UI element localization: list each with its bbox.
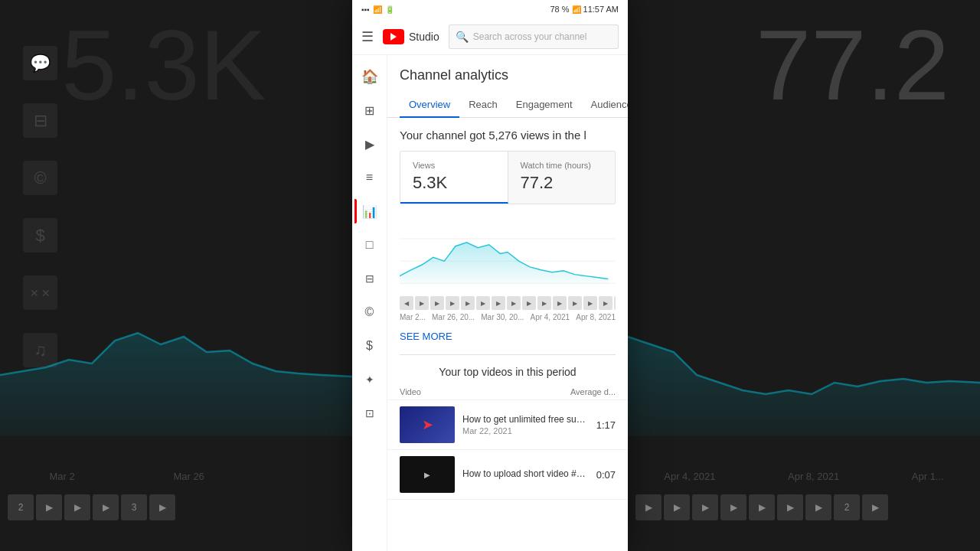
bg-icon-dollar: $ — [23, 218, 57, 253]
metric-watch-time[interactable]: Watch time (hours) 77.2 — [508, 152, 616, 204]
scrubber-btn-8[interactable]: ▶ — [522, 296, 536, 310]
videos-icon: ▶ — [365, 137, 374, 152]
studio-text: Studio — [409, 31, 439, 43]
bg-right-number: 77.2 — [756, 8, 949, 122]
sidebar-item-customization[interactable]: ✦ — [354, 364, 385, 395]
sidebar-item-audio[interactable]: ⊡ — [354, 398, 385, 429]
sidebar-item-comments[interactable]: □ — [354, 230, 385, 260]
watch-time-value: 77.2 — [521, 173, 603, 193]
tab-reach[interactable]: Reach — [459, 93, 507, 118]
sidebar-item-copyright[interactable]: © — [354, 297, 385, 328]
top-bar: ☰ Studio 🔍 Search across your channel — [352, 18, 628, 55]
status-right: 78 % 📶 11:57 AM — [550, 5, 619, 14]
scrubber-btn-11[interactable]: ▶ — [568, 296, 582, 310]
search-bar[interactable]: 🔍 Search across your channel — [449, 24, 619, 49]
scrubber-prev[interactable]: ◀ — [400, 296, 413, 310]
bg-rbtn-6: ▶ — [777, 494, 803, 520]
bg-nav-right: ▶ ▶ ▶ ▶ ▶ ▶ ▶ 2 ▶ — [628, 494, 980, 520]
bg-icon-subtitles: ⊟ — [23, 103, 57, 138]
scrubber-btn-5[interactable]: ▶ — [476, 296, 490, 310]
scrubber-btn-12[interactable]: ▶ — [583, 296, 597, 310]
date-2: Mar 26, 20... — [432, 313, 475, 321]
sidebar-item-videos[interactable]: ▶ — [354, 129, 385, 159]
search-icon: 🔍 — [456, 31, 469, 43]
video-row-1[interactable]: ➤ How to get unlimited free subscribe...… — [387, 400, 628, 450]
scrubber-btn-1[interactable]: ▶ — [415, 296, 429, 310]
video-thumbnail-2: ▶ — [400, 456, 455, 493]
date-4: Apr 4, 2021 — [530, 313, 570, 321]
battery-percent: 78 — [550, 5, 559, 14]
bg-rbtn-2num: 2 — [834, 494, 860, 520]
scrubber-btn-4[interactable]: ▶ — [461, 296, 475, 310]
bg-icon-comment: 💬 — [23, 46, 57, 80]
bg-rbtn-last: ▶ — [862, 494, 888, 520]
analytics-tabs: Overview Reach Engagement Audience — [387, 93, 628, 118]
wifi-icon: 📶 — [373, 5, 382, 14]
sidebar-item-monetization[interactable]: $ — [354, 331, 385, 361]
main-layout: 🏠 ⊞ ▶ ≡ 📊 □ ⊟ © $ — [352, 55, 628, 551]
wand-icon: ✦ — [365, 373, 374, 386]
subtitles-icon: ⊟ — [365, 272, 374, 285]
date-5: Apr 8, 2021 — [576, 313, 616, 321]
playlists-icon: ≡ — [366, 171, 373, 184]
video-title-2: How to upload short video #shorts ... — [462, 468, 589, 479]
wifi-signal-icon: 📶 — [572, 5, 581, 14]
bg-chart-right — [628, 283, 980, 436]
bg-chart-left — [0, 283, 352, 436]
timeline-scrubber[interactable]: ◀ ▶ ▶ ▶ ▶ ▶ ▶ ▶ ▶ ▶ ▶ ▶ ▶ ▶ ▶ ▶ — [400, 296, 616, 310]
video-info-1: How to get unlimited free subscribe... M… — [462, 414, 589, 435]
tab-engagement[interactable]: Engagement — [507, 93, 582, 118]
bg-btn-play2: ▶ — [64, 494, 90, 520]
bg-left-number: 5.3K — [61, 8, 266, 122]
video-col-header: Video — [400, 387, 421, 396]
bg-icon-copyright: © — [23, 161, 57, 195]
comments-icon: □ — [366, 238, 374, 252]
scrubber-btn-2[interactable]: ▶ — [430, 296, 444, 310]
video-date-1: Mar 22, 2021 — [462, 426, 589, 435]
bg-nav-left: 2 ▶ ▶ ▶ 3 ▶ — [0, 494, 352, 520]
views-label: Views — [413, 161, 495, 170]
stat-col-header: Average d... — [570, 387, 616, 396]
video-duration-2: 0:07 — [596, 469, 616, 481]
sidebar-item-home[interactable]: 🏠 — [354, 61, 385, 92]
bg-rbtn-5: ▶ — [749, 494, 775, 520]
video-info-2: How to upload short video #shorts ... — [462, 468, 589, 481]
background-left: 5.3K 💬 ⊟ © $ ✕ ✕ ♫ Mar 2 Mar 26 2 ▶ ▶ ▶ … — [0, 0, 352, 551]
bg-btn-play1: ▶ — [36, 494, 62, 520]
audio-icon: ⊡ — [365, 407, 374, 419]
dashboard-icon: ⊞ — [364, 103, 374, 118]
yt-studio-logo[interactable]: Studio — [383, 29, 439, 44]
tab-audience[interactable]: Audience — [582, 93, 629, 118]
sidebar-item-subtitles[interactable]: ⊟ — [354, 263, 385, 294]
svg-marker-5 — [400, 243, 608, 283]
signal-icon: ▪▪▪ — [361, 5, 370, 14]
phone-screen: ▪▪▪ 📶 🔋 78 % 📶 11:57 AM ☰ Studio 🔍 Searc… — [352, 0, 628, 551]
see-more-button[interactable]: SEE MORE — [400, 331, 616, 342]
search-placeholder: Search across your channel — [473, 31, 587, 42]
hamburger-menu[interactable]: ☰ — [361, 28, 374, 45]
tab-overview[interactable]: Overview — [400, 93, 459, 118]
scrubber-btn-3[interactable]: ▶ — [446, 296, 459, 310]
scrubber-btn-9[interactable]: ▶ — [537, 296, 551, 310]
top-videos-header: Your top videos in this period — [387, 355, 628, 384]
scrubber-btn-6[interactable]: ▶ — [492, 296, 505, 310]
metric-views[interactable]: Views 5.3K — [400, 152, 508, 204]
video-play-icon-1: ➤ — [422, 416, 433, 433]
sidebar-item-analytics[interactable]: 📊 — [354, 196, 385, 227]
bg-btn-play3: ▶ — [93, 494, 119, 520]
metrics-row: Views 5.3K Watch time (hours) 77.2 — [400, 151, 616, 204]
sidebar-item-playlists[interactable]: ≡ — [354, 162, 385, 193]
bg-rbtn-7: ▶ — [805, 494, 831, 520]
scrubber-btn-13[interactable]: ▶ — [599, 296, 612, 310]
bg-rbtn-4: ▶ — [720, 494, 746, 520]
analytics-chart — [400, 214, 616, 290]
battery-icon: 🔋 — [385, 5, 394, 14]
sidebar-item-dashboard[interactable]: ⊞ — [354, 95, 385, 126]
scrubber-btn-14[interactable]: ▶ — [614, 296, 616, 310]
home-icon: 🏠 — [361, 68, 378, 85]
video-row-2[interactable]: ▶ How to upload short video #shorts ... … — [387, 450, 628, 500]
scrubber-btn-10[interactable]: ▶ — [553, 296, 567, 310]
date-1: Mar 2... — [400, 313, 426, 321]
video-thumbnail-1: ➤ — [400, 406, 455, 443]
scrubber-btn-7[interactable]: ▶ — [507, 296, 521, 310]
